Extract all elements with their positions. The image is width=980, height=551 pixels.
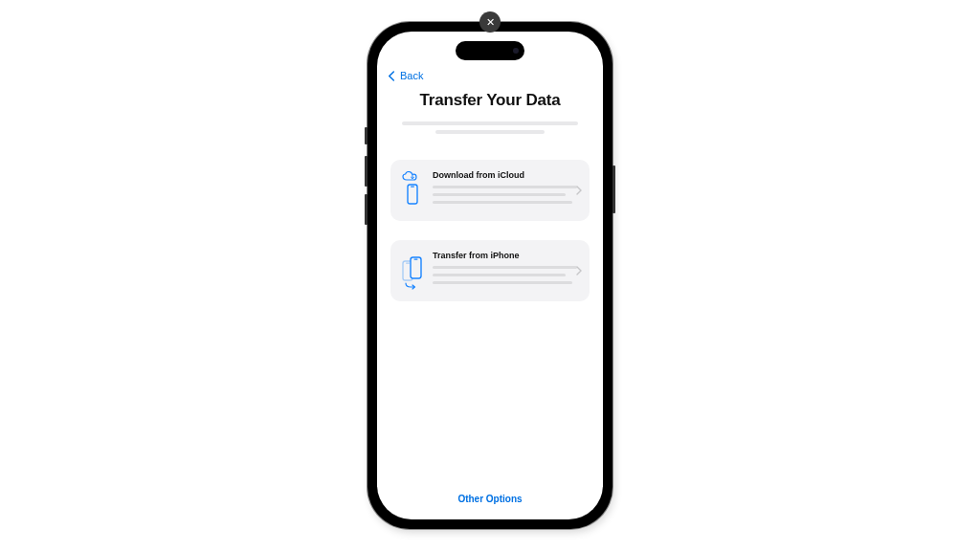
phone-transfer-icon	[400, 252, 425, 290]
side-button	[612, 165, 615, 213]
cloud-phone-icon	[400, 171, 425, 209]
text-placeholder	[433, 274, 566, 276]
text-placeholder	[433, 266, 577, 269]
other-options-link[interactable]: Other Options	[390, 494, 590, 519]
chevron-right-icon	[576, 182, 582, 199]
content-area: Back Transfer Your Data	[377, 32, 603, 519]
subtitle-placeholder	[402, 121, 577, 125]
phone-frame: ✕ Back Transfer Your Data	[368, 22, 612, 529]
phone-screen: Back Transfer Your Data	[377, 32, 603, 519]
option-label: Transfer from iPhone	[433, 251, 580, 260]
option-transfer-iphone[interactable]: Transfer from iPhone	[390, 240, 590, 301]
back-label: Back	[400, 70, 423, 81]
side-button	[365, 156, 368, 187]
option-body: Download from iCloud	[433, 169, 580, 209]
close-button[interactable]: ✕	[479, 11, 501, 33]
page-title: Transfer Your Data	[390, 91, 590, 110]
chevron-left-icon	[387, 71, 397, 81]
subtitle-placeholder	[435, 130, 545, 134]
close-icon: ✕	[486, 16, 495, 29]
text-placeholder	[433, 186, 577, 188]
option-label: Download from iCloud	[433, 170, 580, 180]
svg-rect-4	[411, 257, 421, 278]
chevron-right-icon	[576, 262, 582, 279]
svg-rect-0	[408, 185, 417, 204]
text-placeholder	[433, 281, 572, 284]
text-placeholder	[433, 193, 566, 196]
dynamic-island	[456, 41, 524, 60]
option-body: Transfer from iPhone	[433, 250, 580, 289]
options-list: Download from iCloud	[390, 160, 590, 301]
side-button	[365, 127, 368, 144]
option-download-icloud[interactable]: Download from iCloud	[390, 160, 590, 221]
camera-icon	[513, 48, 519, 54]
svg-rect-1	[411, 187, 414, 187]
back-button[interactable]: Back	[387, 70, 590, 81]
svg-rect-5	[414, 259, 418, 260]
svg-rect-3	[406, 263, 410, 264]
side-button	[365, 194, 368, 225]
text-placeholder	[433, 201, 572, 204]
